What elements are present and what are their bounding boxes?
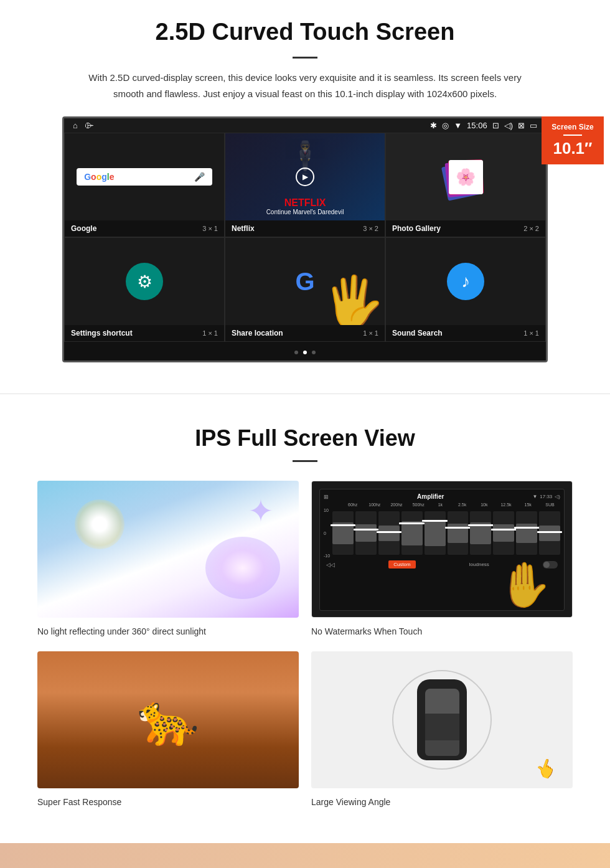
netflix-logo: NETFLIX (230, 197, 380, 209)
custom-button[interactable]: Custom (388, 560, 416, 568)
car-circle (392, 670, 492, 770)
share-location-size: 1 × 1 (363, 329, 378, 337)
signal-icon: ▼ (454, 121, 462, 130)
app-cell-share-location[interactable]: G 🖐 Share location 1 × 1 (225, 237, 385, 342)
photo-gallery-thumbnail: 🌸 (386, 133, 545, 220)
app-cell-netflix[interactable]: 🕴 ▶ NETFLIX Continue Marvel's Daredevil … (225, 133, 385, 237)
google-label: Google 3 × 1 (65, 220, 224, 237)
dot-1[interactable] (294, 351, 298, 354)
car-top-view (417, 679, 467, 760)
eq-label-2k5: 2.5k (452, 502, 472, 507)
mic-icon[interactable]: 🎤 (194, 172, 205, 182)
eq-slider-1[interactable] (332, 511, 354, 555)
amp-header: ⊞ Amplifier ▼ 17:33 ◁) (324, 493, 560, 500)
car-roof (425, 714, 459, 742)
eq-label-100hz: 100hz (364, 502, 385, 507)
cheetah-emoji: 🐆 (137, 691, 199, 749)
eq-area: 10 0 -10 (324, 508, 560, 558)
amp-prev[interactable]: ◁◁ (326, 562, 335, 568)
eq-slider-5[interactable] (425, 511, 446, 555)
sky-image: ✦ (37, 481, 299, 618)
eq-slider-7[interactable] (470, 511, 491, 555)
google-logo: Google (84, 172, 114, 182)
section-divider (0, 394, 610, 394)
fast-response-caption: Super Fast Response (37, 795, 299, 809)
sound-search-icon: ♪ (447, 263, 484, 300)
settings-thumbnail: ⚙ (65, 238, 224, 325)
amplifier-image: ⊞ Amplifier ▼ 17:33 ◁) 60hz (311, 481, 573, 618)
sound-search-size: 1 × 1 (523, 329, 539, 337)
status-left: ⌂ ⌱ (73, 121, 93, 130)
eq-slider-9[interactable] (516, 511, 537, 555)
eq-scale-0: 0 (324, 531, 330, 535)
app-cell-sound-search[interactable]: ♪ Sound Search 1 × 1 (385, 237, 546, 342)
eq-slider-6[interactable] (448, 511, 469, 555)
home-icon[interactable]: ⌂ (73, 121, 78, 130)
status-time: 15:06 (467, 121, 487, 130)
app-cell-photo-gallery[interactable]: 🌸 Photo Gallery 2 × 2 (385, 133, 546, 237)
eq-scale-minus10: -10 (324, 554, 330, 558)
section2-title-divider (293, 460, 317, 462)
photo-gallery-label: Photo Gallery 2 × 2 (386, 220, 545, 237)
badge-label: Screen Size (547, 123, 599, 131)
eq-slider-8[interactable] (493, 511, 514, 555)
eq-label-500hz: 500hz (408, 502, 429, 507)
status-bar: ⌂ ⌱ ✱ ◎ ▼ 15:06 ⊡ ◁) ⊠ ▭ (64, 118, 546, 133)
loudness-label: loudness (469, 562, 489, 567)
netflix-app-name: Netflix (232, 224, 255, 233)
usb-icon: ⌱ (85, 121, 93, 130)
location-icon: ◎ (442, 121, 449, 130)
bluetooth-icon: ✱ (430, 121, 437, 130)
eq-slider-2[interactable] (355, 511, 377, 555)
amp-icon: ⊞ (324, 494, 329, 500)
share-location-label: Share location 1 × 1 (225, 325, 385, 341)
window-icon[interactable]: ▭ (530, 121, 537, 130)
eq-label-10k: 10k (474, 502, 494, 507)
dot-2[interactable] (303, 351, 307, 354)
hand-touch-overlay: 🤚 (497, 559, 551, 610)
share-location-thumbnail: G 🖐 (225, 238, 385, 325)
pagination-dots (64, 342, 546, 361)
eq-slider-10[interactable] (539, 511, 560, 555)
badge-divider (563, 134, 582, 136)
eq-slider-4[interactable] (401, 511, 423, 555)
sound-search-name: Sound Search (392, 329, 443, 337)
device-screen: ⌂ ⌱ ✱ ◎ ▼ 15:06 ⊡ ◁) ⊠ ▭ (62, 116, 548, 362)
eq-scale: 10 0 -10 (324, 508, 332, 558)
close-icon[interactable]: ⊠ (518, 121, 525, 130)
app-grid-row2: ⚙ Settings shortcut 1 × 1 G (64, 237, 546, 342)
dot-3[interactable] (312, 351, 316, 354)
amp-status-icons: ▼ 17:33 ◁) (532, 494, 560, 499)
feature-grid: ✦ No light reflecting under 360° direct … (37, 481, 573, 809)
amp-title: Amplifier (417, 493, 444, 500)
app-cell-google[interactable]: Google 🎤 Google 3 × 1 (64, 133, 225, 237)
eq-label-200hz: 200hz (386, 502, 406, 507)
section1-title-divider (293, 57, 317, 59)
large-angle-caption: Large Viewing Angle (311, 795, 573, 809)
maps-g-icon: G (295, 268, 314, 296)
photo-gallery-name: Photo Gallery (392, 224, 441, 233)
amp-screen-wrapper: ⊞ Amplifier ▼ 17:33 ◁) 60hz (312, 481, 572, 618)
sound-search-thumbnail: ♪ (386, 238, 545, 325)
feature-large-angle: 👆 Large Viewing Angle (311, 651, 573, 809)
photo-gallery-size: 2 × 2 (523, 225, 539, 232)
netflix-subtitle: Continue Marvel's Daredevil (230, 209, 380, 215)
settings-app-size: 1 × 1 (202, 329, 218, 337)
settings-app-name: Settings shortcut (71, 329, 133, 337)
sound-search-label: Sound Search 1 × 1 (386, 325, 545, 341)
feature-no-watermarks: ⊞ Amplifier ▼ 17:33 ◁) 60hz (311, 481, 573, 639)
app-cell-settings[interactable]: ⚙ Settings shortcut 1 × 1 (64, 237, 225, 342)
no-watermarks-caption: No Watermarks When Touch (311, 624, 573, 639)
section2-title: IPS Full Screen View (37, 425, 573, 451)
amp-vol: ◁) (555, 494, 560, 499)
app-grid-row1: Google 🎤 Google 3 × 1 � (64, 133, 546, 237)
device-wrapper: Screen Size 10.1″ ⌂ ⌱ ✱ ◎ ▼ 15:06 (62, 116, 548, 362)
eq-label-1k: 1k (430, 502, 451, 507)
share-location-name: Share location (232, 329, 283, 337)
google-search-bar[interactable]: Google 🎤 (77, 168, 212, 186)
section1-curved-screen: 2.5D Curved Touch Screen With 2.5D curve… (0, 0, 610, 375)
play-button[interactable]: ▶ (296, 167, 314, 186)
amp-wifi: ▼ (532, 494, 537, 499)
eq-slider-3[interactable] (378, 511, 400, 555)
google-app-name: Google (71, 224, 96, 233)
